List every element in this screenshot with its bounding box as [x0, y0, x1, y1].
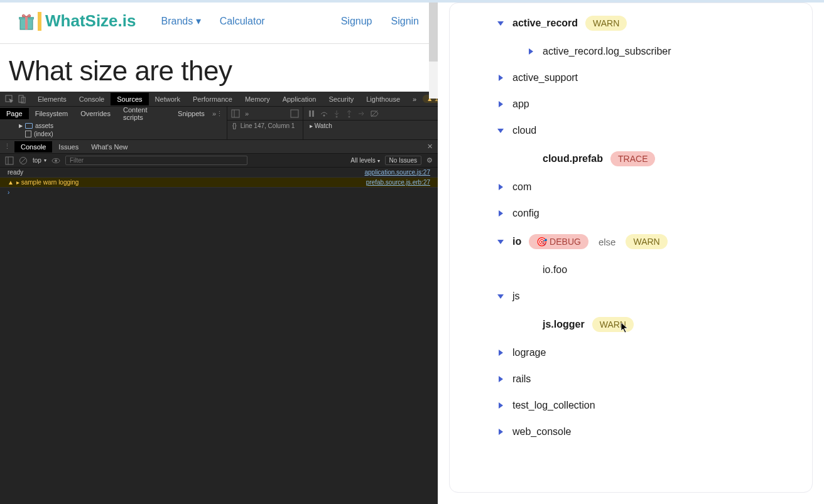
config-tree-item[interactable]: js: [466, 283, 796, 309]
source-link[interactable]: prefab.source.js.erb:27: [366, 179, 430, 186]
config-item-label: cloud: [512, 125, 536, 136]
log-level-badge[interactable]: TRACE: [610, 151, 655, 166]
pause-icon[interactable]: [307, 109, 316, 118]
config-tree-item[interactable]: active_record.log_subscriber: [466, 38, 796, 65]
device-toolbar-icon[interactable]: [18, 95, 26, 104]
devtools-tab-console[interactable]: Console: [73, 93, 111, 105]
execution-context-select[interactable]: top ▾: [33, 157, 46, 164]
watch-section[interactable]: ▸ Watch: [303, 121, 438, 131]
chevron-down-icon: [496, 292, 505, 301]
config-tree-item[interactable]: active_support: [466, 65, 796, 91]
auth-nav: Signup Signin: [341, 16, 419, 27]
config-tree-item[interactable]: test_log_collection: [466, 392, 796, 419]
log-levels-select[interactable]: All levels ▾: [350, 157, 379, 164]
svg-point-20: [55, 159, 57, 162]
config-tree-item[interactable]: js.loggerWARN: [466, 309, 796, 340]
svg-rect-8: [291, 110, 298, 117]
toggle-sidebar-icon[interactable]: [5, 156, 14, 165]
config-tree-item[interactable]: config: [466, 200, 796, 227]
log-level-badge[interactable]: 🎯 DEBUG: [529, 234, 588, 249]
source-tab-overrides[interactable]: Overrides: [74, 108, 117, 119]
console-filter-input[interactable]: [65, 156, 247, 165]
devtools-tab-lighthouse[interactable]: Lighthouse: [360, 93, 406, 105]
clear-console-icon[interactable]: [19, 156, 28, 165]
step-over-icon[interactable]: [320, 109, 328, 118]
site-logo[interactable]: WhatSize.is: [19, 11, 136, 31]
console-tab-issues[interactable]: Issues: [52, 141, 85, 153]
devtools-tab-network[interactable]: Network: [149, 93, 187, 105]
chevron-right-icon: [496, 348, 505, 357]
config-item-label: app: [512, 99, 529, 110]
devtools-tab-performance[interactable]: Performance: [187, 93, 239, 105]
config-tree-item[interactable]: cloud.prefabTRACE: [466, 144, 796, 174]
dock-icon[interactable]: [231, 109, 240, 118]
chevron-down-icon: [496, 126, 505, 135]
chevron-right-icon: [496, 183, 505, 191]
chevron-down-icon: [496, 19, 505, 28]
config-tree-item[interactable]: web_console: [466, 419, 796, 445]
nav-calculator[interactable]: Calculator: [220, 16, 265, 27]
tabs-overflow-icon[interactable]: »: [406, 93, 423, 105]
source-tab-page[interactable]: Page: [0, 108, 29, 119]
step-into-icon[interactable]: [332, 109, 341, 118]
console-drawer: ⋮ ConsoleIssuesWhat's New ✕ top ▾ All le…: [0, 140, 438, 504]
status-line: {} Line 147, Column 1: [227, 121, 303, 131]
config-tree-item[interactable]: com: [466, 174, 796, 200]
svg-rect-2: [25, 17, 28, 29]
wrap-icon[interactable]: [290, 109, 299, 118]
debugger-sidebar: ▸ Watch: [303, 107, 438, 139]
console-log-row[interactable]: readyapplication.source.js:27: [0, 168, 438, 178]
config-tree-item[interactable]: lograge: [466, 340, 796, 366]
console-settings-icon[interactable]: ⚙: [426, 156, 433, 164]
config-tree-item[interactable]: app: [466, 91, 796, 117]
config-item-label: active_record.log_subscriber: [543, 46, 671, 57]
source-link[interactable]: application.source.js:27: [364, 169, 430, 176]
devtools-tab-sources[interactable]: Sources: [111, 93, 148, 105]
nav-brands[interactable]: Brands ▾: [161, 15, 200, 27]
deactivate-breakpoints-icon[interactable]: [370, 109, 379, 118]
file-tree[interactable]: ▶assets (index): [0, 121, 227, 139]
navigator-more-icon[interactable]: ⋮: [216, 110, 227, 118]
live-expression-icon[interactable]: [52, 156, 60, 165]
step-icon[interactable]: [357, 109, 366, 118]
console-tab-what-s-new[interactable]: What's New: [85, 141, 134, 153]
log-level-badge[interactable]: WARN: [592, 317, 634, 332]
config-tree-item[interactable]: cloud: [466, 117, 796, 144]
inspect-element-icon[interactable]: [5, 95, 14, 104]
editor-pane: » {} Line 147, Column 1: [227, 107, 303, 139]
scrollbar-thumb[interactable]: [429, 3, 438, 62]
devtools-tab-security[interactable]: Security: [322, 93, 360, 105]
nav-signup[interactable]: Signup: [341, 16, 372, 27]
source-tab-filesystem[interactable]: Filesystem: [29, 108, 75, 119]
config-item-label: js: [512, 291, 520, 302]
issues-button[interactable]: No Issues: [385, 156, 421, 165]
drawer-menu-icon[interactable]: ⋮: [0, 142, 14, 151]
logo-text: WhatSize.is: [45, 11, 136, 31]
devtools-tab-application[interactable]: Application: [276, 93, 323, 105]
devtools-tab-memory[interactable]: Memory: [239, 93, 276, 105]
config-tree-item[interactable]: io🎯 DEBUGelseWARN: [466, 227, 796, 257]
folder-icon: [25, 123, 33, 129]
console-log-row[interactable]: ▲▸ sample warn loggingprefab.source.js.e…: [0, 178, 438, 188]
else-label: else: [599, 237, 616, 247]
source-tab-content-scripts[interactable]: Content scripts: [117, 104, 171, 123]
config-item-label: active_record: [512, 18, 578, 29]
config-item-label: io: [512, 236, 521, 247]
log-level-badge[interactable]: WARN: [585, 16, 627, 31]
primary-nav: Brands ▾ Calculator: [161, 15, 264, 27]
nav-signin[interactable]: Signin: [391, 16, 419, 27]
log-level-badge[interactable]: WARN: [626, 234, 667, 249]
source-tab-snippets[interactable]: Snippets: [171, 108, 211, 119]
devtools-tab-elements[interactable]: Elements: [31, 93, 73, 105]
svg-line-18: [21, 158, 26, 163]
close-drawer-icon[interactable]: ✕: [427, 142, 438, 151]
console-prompt[interactable]: ›: [0, 188, 438, 197]
step-out-icon[interactable]: [345, 109, 354, 118]
config-tree-item[interactable]: active_recordWARN: [466, 8, 796, 38]
chevron-right-icon: [496, 209, 505, 218]
console-output[interactable]: readyapplication.source.js:27▲▸ sample w…: [0, 168, 438, 504]
config-tree-item[interactable]: io.foo: [466, 257, 796, 283]
console-tab-console[interactable]: Console: [14, 141, 52, 153]
config-tree-item[interactable]: rails: [466, 366, 796, 392]
editor-overflow-icon[interactable]: »: [245, 110, 249, 117]
